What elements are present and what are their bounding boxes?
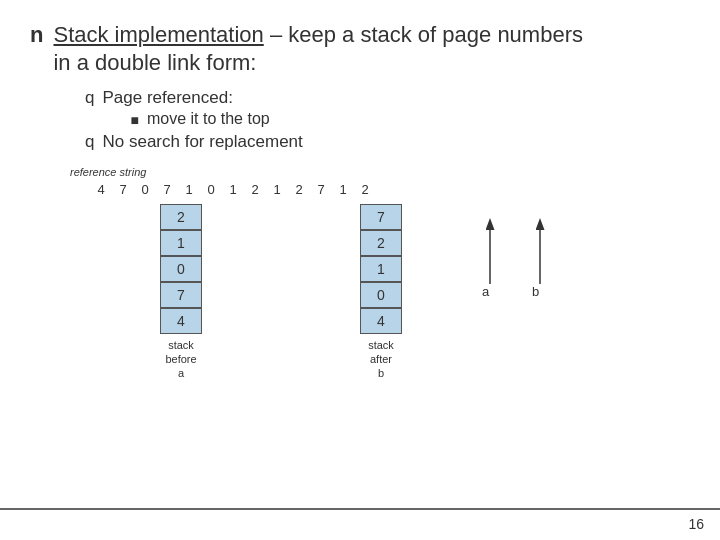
ref-num-6: 1	[222, 182, 244, 197]
stack-after: 7 2 1 0 4 stackafterb	[360, 204, 402, 381]
title-part2: – keep a stack of page numbers	[264, 22, 583, 47]
ref-num-7: 2	[244, 182, 266, 197]
ref-num-5: 0	[200, 182, 222, 197]
arrow-b-label: b	[532, 284, 539, 299]
page-number: 16	[688, 516, 704, 532]
stack-before-label: stackbeforea	[160, 338, 202, 381]
ref-num-12: 2	[354, 182, 376, 197]
ref-num-8: 1	[266, 182, 288, 197]
stack-after-box-3: 0	[360, 282, 402, 308]
main-bullet: n	[30, 22, 43, 48]
stack-before-box-4: 4	[160, 308, 202, 334]
stack-after-box-0: 7	[360, 204, 402, 230]
bullet-n-small: ■	[130, 112, 138, 128]
diagram-area: reference string 4 7 0 7 1 0 1 2 1 2 7 1…	[70, 166, 710, 456]
bullet-q-2: q	[85, 132, 94, 152]
arrows-svg: a b	[450, 204, 650, 304]
stack-before-box-1: 1	[160, 230, 202, 256]
no-search-label: No search for replacement	[102, 132, 302, 152]
title-row: n Stack implementation – keep a stack of…	[30, 20, 690, 76]
ref-num-11: 1	[332, 182, 354, 197]
stack-after-label: stackafterb	[360, 338, 402, 381]
ref-numbers-row: 4 7 0 7 1 0 1 2 1 2 7 1 2	[90, 182, 376, 197]
stack-after-box-2: 1	[360, 256, 402, 282]
ref-num-4: 1	[178, 182, 200, 197]
title-underline: Stack implementation	[53, 22, 263, 47]
sub-item-no-search: q No search for replacement	[85, 132, 690, 152]
stack-before-box-3: 7	[160, 282, 202, 308]
sub-sub-list: ■ move it to the top	[130, 110, 269, 128]
ref-num-3: 7	[156, 182, 178, 197]
sub-list: q Page referenced: ■ move it to the top …	[85, 88, 690, 152]
title-line2: in a double link form:	[53, 50, 583, 76]
slide-container: n Stack implementation – keep a stack of…	[0, 0, 720, 540]
stack-before: 2 1 0 7 4 stackbeforea	[160, 204, 202, 381]
stack-before-box-0: 2	[160, 204, 202, 230]
sub-item-page-referenced: q Page referenced: ■ move it to the top	[85, 88, 690, 128]
stack-after-box-4: 4	[360, 308, 402, 334]
main-content: n Stack implementation – keep a stack of…	[30, 20, 690, 456]
stack-after-box-1: 2	[360, 230, 402, 256]
arrow-a-label: a	[482, 284, 490, 299]
page-referenced-label: Page referenced:	[102, 88, 269, 108]
ref-string-label: reference string	[70, 166, 146, 178]
ref-num-9: 2	[288, 182, 310, 197]
title-text: Stack implementation – keep a stack of p…	[53, 20, 583, 76]
bottom-border	[0, 508, 720, 510]
sub-sub-item-move: ■ move it to the top	[130, 110, 269, 128]
ref-num-0: 4	[90, 182, 112, 197]
ref-num-1: 7	[112, 182, 134, 197]
stack-before-box-2: 0	[160, 256, 202, 282]
ref-num-10: 7	[310, 182, 332, 197]
ref-num-2: 0	[134, 182, 156, 197]
bullet-q-1: q	[85, 88, 94, 108]
move-to-top-label: move it to the top	[147, 110, 270, 128]
